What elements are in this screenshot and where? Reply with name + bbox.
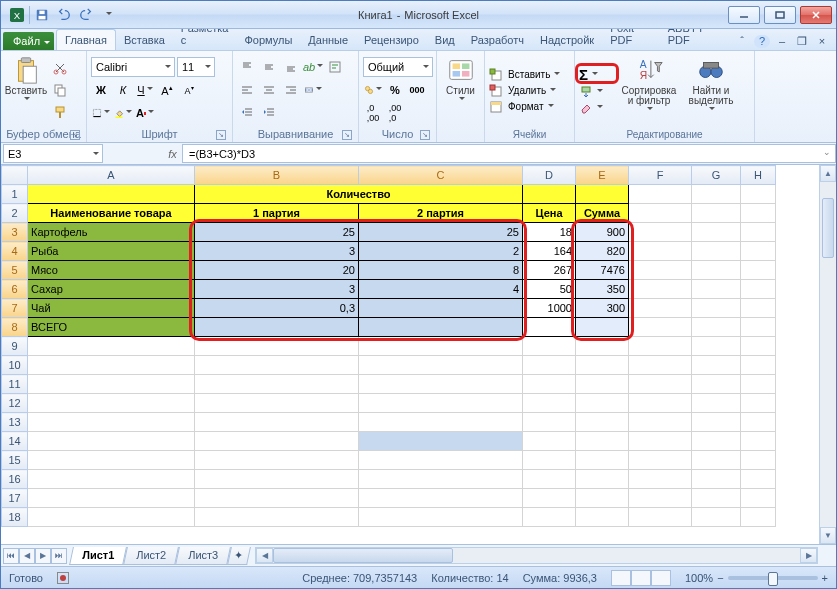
cell-A10[interactable] [28, 356, 195, 375]
cell-F5[interactable] [629, 261, 692, 280]
macro-record-icon[interactable] [57, 572, 69, 584]
cell-G12[interactable] [692, 394, 741, 413]
ribbon-tab-0[interactable]: Главная [56, 29, 116, 50]
cell-E10[interactable] [576, 356, 629, 375]
cell-E16[interactable] [576, 470, 629, 489]
number-format-combo[interactable]: Общий [363, 57, 433, 77]
align-right-icon[interactable] [281, 80, 301, 100]
cell-H6[interactable] [741, 280, 776, 299]
cell-F4[interactable] [629, 242, 692, 261]
row-header-18[interactable]: 18 [2, 508, 28, 527]
cell-G7[interactable] [692, 299, 741, 318]
cell-D1[interactable] [523, 185, 576, 204]
cell-D13[interactable] [523, 413, 576, 432]
borders-button[interactable] [91, 103, 111, 123]
name-box[interactable]: E3 [3, 144, 103, 163]
cell-H15[interactable] [741, 451, 776, 470]
cell-C6[interactable]: 4 [359, 280, 523, 299]
row-header-14[interactable]: 14 [2, 432, 28, 451]
row-header-6[interactable]: 6 [2, 280, 28, 299]
page-break-view-icon[interactable] [651, 570, 671, 586]
align-bottom-icon[interactable] [281, 57, 301, 77]
cell-D8[interactable] [523, 318, 576, 337]
currency-icon[interactable] [363, 80, 383, 100]
cell-C7[interactable] [359, 299, 523, 318]
font-dialog-icon[interactable]: ↘ [216, 130, 226, 140]
col-header-A[interactable]: A [28, 166, 195, 185]
row-header-1[interactable]: 1 [2, 185, 28, 204]
cell-A3[interactable]: Картофель [28, 223, 195, 242]
ribbon-tab-3[interactable]: Формулы [236, 30, 300, 50]
cell-A12[interactable] [28, 394, 195, 413]
cell-A9[interactable] [28, 337, 195, 356]
cell-E12[interactable] [576, 394, 629, 413]
redo-icon[interactable] [76, 5, 96, 25]
horizontal-scrollbar[interactable]: ◀ ▶ [255, 547, 818, 564]
bold-button[interactable]: Ж [91, 80, 111, 100]
zoom-slider[interactable] [728, 576, 818, 580]
cell-D17[interactable] [523, 489, 576, 508]
cell-F14[interactable] [629, 432, 692, 451]
col-header-C[interactable]: C [359, 166, 523, 185]
cell-G17[interactable] [692, 489, 741, 508]
col-header-H[interactable]: H [741, 166, 776, 185]
cell-E5[interactable]: 7476 [576, 261, 629, 280]
scroll-left-icon[interactable]: ◀ [256, 548, 273, 563]
cell-G16[interactable] [692, 470, 741, 489]
cell-B10[interactable] [195, 356, 359, 375]
cell-F3[interactable] [629, 223, 692, 242]
cell-B11[interactable] [195, 375, 359, 394]
cell-G4[interactable] [692, 242, 741, 261]
find-select-button[interactable]: Найти и выделить [683, 53, 739, 128]
cell-E18[interactable] [576, 508, 629, 527]
cell-F15[interactable] [629, 451, 692, 470]
cell-G2[interactable] [692, 204, 741, 223]
hscroll-thumb[interactable] [273, 548, 453, 563]
cell-E15[interactable] [576, 451, 629, 470]
col-header-D[interactable]: D [523, 166, 576, 185]
formula-input[interactable]: =(B3+C3)*D3 [183, 144, 836, 163]
align-top-icon[interactable] [237, 57, 257, 77]
cell-G9[interactable] [692, 337, 741, 356]
col-header-B[interactable]: B [195, 166, 359, 185]
zoom-level[interactable]: 100% [685, 572, 713, 584]
cell-A17[interactable] [28, 489, 195, 508]
minimize-button[interactable] [728, 6, 760, 24]
cell-F1[interactable] [629, 185, 692, 204]
cell-F13[interactable] [629, 413, 692, 432]
cell-H4[interactable] [741, 242, 776, 261]
cell-B4[interactable]: 3 [195, 242, 359, 261]
cell-C17[interactable] [359, 489, 523, 508]
minimize-ribbon-icon[interactable]: ˆ [734, 35, 750, 48]
cell-E3[interactable]: 900 [576, 223, 629, 242]
orientation-icon[interactable]: ab [303, 57, 323, 77]
save-icon[interactable] [32, 5, 52, 25]
cell-E17[interactable] [576, 489, 629, 508]
col-header-E[interactable]: E [576, 166, 629, 185]
scroll-thumb[interactable] [822, 198, 834, 258]
comma-icon[interactable]: 000 [407, 80, 427, 100]
cell-A2[interactable]: Наименование товара [28, 204, 195, 223]
row-header-9[interactable]: 9 [2, 337, 28, 356]
cell-C5[interactable]: 8 [359, 261, 523, 280]
decrease-indent-icon[interactable] [237, 103, 257, 123]
cell-G8[interactable] [692, 318, 741, 337]
increase-decimal-icon[interactable]: ,0,00 [363, 103, 383, 123]
cell-C13[interactable] [359, 413, 523, 432]
ribbon-tab-1[interactable]: Вставка [116, 30, 173, 50]
cell-B9[interactable] [195, 337, 359, 356]
first-sheet-icon[interactable]: ⏮ [3, 548, 19, 564]
wrap-text-icon[interactable] [325, 57, 345, 77]
merge-cells-icon[interactable] [303, 80, 323, 100]
cell-H9[interactable] [741, 337, 776, 356]
cell-H10[interactable] [741, 356, 776, 375]
insert-cells-button[interactable]: Вставить [489, 68, 570, 82]
last-sheet-icon[interactable]: ⏭ [51, 548, 67, 564]
cell-B13[interactable] [195, 413, 359, 432]
percent-icon[interactable]: % [385, 80, 405, 100]
select-all-corner[interactable] [2, 166, 28, 185]
row-header-2[interactable]: 2 [2, 204, 28, 223]
cell-G10[interactable] [692, 356, 741, 375]
cell-F2[interactable] [629, 204, 692, 223]
zoom-in-icon[interactable]: + [822, 572, 828, 584]
